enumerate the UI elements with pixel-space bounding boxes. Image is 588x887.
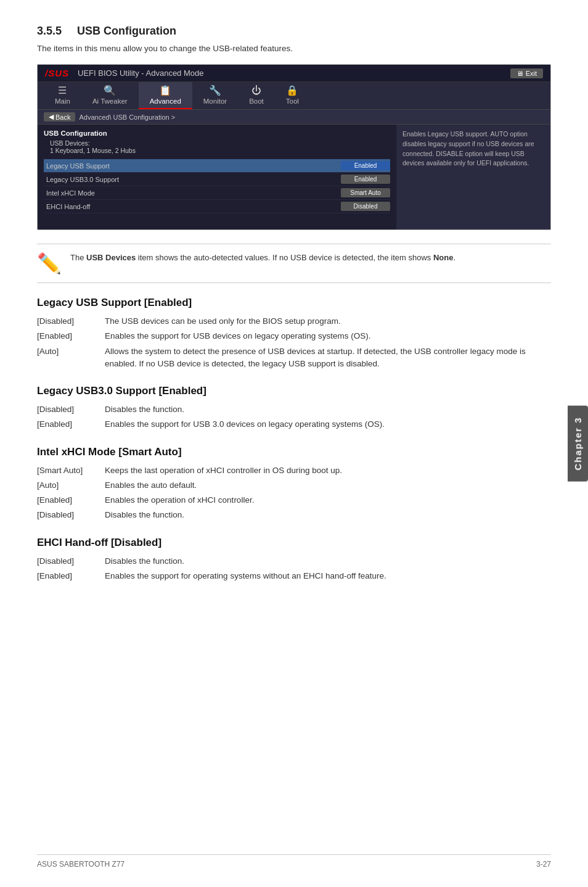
list-item: [Disabled] Disables the function. [37, 402, 551, 417]
intel-xhci-section: Intel xHCI Mode [Smart Auto] [Smart Auto… [37, 446, 551, 523]
breadcrumb-path: Advanced\ USB Configuration > [79, 113, 175, 121]
option-desc: Enables the support for USB devices on l… [105, 329, 551, 344]
boot-icon: ⏻ [251, 86, 261, 96]
section-title: USB Configuration [77, 25, 176, 37]
back-button[interactable]: ◀ Back [44, 112, 75, 122]
option-label: [Disabled] [37, 402, 105, 417]
exit-icon: 🖥 [517, 70, 523, 77]
list-item: [Enabled] Enables the support for operat… [37, 569, 551, 584]
page-footer: ASUS SABERTOOTH Z77 3-27 [37, 854, 551, 868]
tab-tool-label: Tool [286, 97, 299, 105]
tab-main-label: Main [55, 97, 70, 105]
bios-nav: ☰ Main 🔍 Ai Tweaker 📋 Advanced 🔧 Monitor… [38, 82, 550, 110]
option-desc: Enables the support for USB 3.0 devices … [105, 417, 551, 432]
list-item: [Disabled] The USB devices can be used o… [37, 314, 551, 329]
note-box: ✏️ The USB Devices item shows the auto-d… [37, 244, 551, 283]
option-label: [Auto] [37, 344, 105, 372]
legacy-usb-table: [Disabled] The USB devices can be used o… [37, 314, 551, 371]
option-label: [Enabled] [37, 417, 105, 432]
note-icon: ✏️ [37, 252, 62, 275]
bios-title-text: UEFI BIOS Utility - Advanced Mode [78, 68, 203, 78]
bios-right-panel: Enables Legacy USB support. AUTO option … [396, 125, 550, 229]
tab-tool[interactable]: 🔒 Tool [275, 82, 310, 109]
list-item: [Smart Auto] Keeps the last operation of… [37, 463, 551, 478]
list-item: [Enabled] Enables the operation of xHCI … [37, 493, 551, 508]
monitor-icon: 🔧 [209, 86, 221, 96]
legacy-usb-section: Legacy USB Support [Enabled] [Disabled] … [37, 297, 551, 371]
intel-xhci-value: Smart Auto [341, 188, 390, 197]
list-item: [Enabled] Enables the support for USB 3.… [37, 417, 551, 432]
option-label: [Disabled] [37, 508, 105, 522]
intel-xhci-heading: Intel xHCI Mode [Smart Auto] [37, 446, 551, 458]
list-item: [Disabled] Disables the function. [37, 508, 551, 522]
tab-ai-tweaker[interactable]: 🔍 Ai Tweaker [81, 82, 139, 109]
bios-breadcrumb: ◀ Back Advanced\ USB Configuration > [38, 110, 550, 125]
tab-monitor[interactable]: 🔧 Monitor [192, 82, 238, 109]
tab-monitor-label: Monitor [203, 97, 227, 105]
setting-row-legacy-usb[interactable]: Legacy USB Support Enabled [44, 159, 390, 173]
advanced-icon: 📋 [159, 86, 171, 96]
ehci-value: Disabled [341, 202, 390, 211]
note-bold-usb-devices: USB Devices [86, 253, 136, 262]
list-item: [Auto] Allows the system to detect the p… [37, 344, 551, 372]
tab-advanced-label: Advanced [150, 97, 181, 105]
list-item: [Disabled] Disables the function. [37, 554, 551, 569]
option-desc: Enables the auto default. [105, 478, 551, 493]
bios-titlebar: /SUS UEFI BIOS Utility - Advanced Mode 🖥… [38, 65, 550, 82]
usb-config-title: USB Configuration [44, 130, 390, 137]
option-label: [Auto] [37, 478, 105, 493]
legacy-usb3-section: Legacy USB3.0 Support [Enabled] [Disable… [37, 385, 551, 432]
bios-left-panel: USB Configuration USB Devices: 1 Keyboar… [38, 125, 396, 229]
note-bold-none: None [433, 253, 454, 262]
tool-icon: 🔒 [286, 86, 298, 96]
option-desc: Allows the system to detect the presence… [105, 344, 551, 372]
ai-tweaker-icon: 🔍 [104, 86, 116, 96]
legacy-usb-heading: Legacy USB Support [Enabled] [37, 297, 551, 309]
option-label: [Disabled] [37, 554, 105, 569]
option-desc: Enables the operation of xHCI controller… [105, 493, 551, 508]
legacy-usb-label: Legacy USB Support [44, 162, 341, 170]
section-heading: 3.5.5 USB Configuration [37, 25, 551, 38]
bios-panel: /SUS UEFI BIOS Utility - Advanced Mode 🖥… [37, 64, 551, 230]
usb-devices-info: USB Devices: 1 Keyboard, 1 Mouse, 2 Hubs [44, 139, 390, 154]
legacy-usb3-table: [Disabled] Disables the function. [Enabl… [37, 402, 551, 432]
footer-left: ASUS SABERTOOTH Z77 [37, 860, 125, 868]
option-desc: Disables the function. [105, 508, 551, 522]
option-label: [Enabled] [37, 329, 105, 344]
tab-boot-label: Boot [249, 97, 264, 105]
tab-main[interactable]: ☰ Main [44, 82, 81, 109]
main-icon: ☰ [58, 86, 67, 96]
tab-boot[interactable]: ⏻ Boot [238, 82, 275, 109]
option-label: [Enabled] [37, 569, 105, 584]
ehci-label: EHCI Hand-off [44, 203, 341, 210]
intel-xhci-label: Intel xHCI Mode [44, 189, 341, 197]
setting-row-legacy-usb3[interactable]: Legacy USB3.0 Support Enabled [44, 173, 390, 186]
legacy-usb3-value: Enabled [341, 175, 390, 184]
bios-help-text: Enables Legacy USB support. AUTO option … [402, 130, 534, 167]
option-desc: Disables the function. [105, 402, 551, 417]
setting-row-intel-xhci[interactable]: Intel xHCI Mode Smart Auto [44, 186, 390, 200]
legacy-usb-value: Enabled [341, 161, 390, 170]
option-desc: Keeps the last operation of xHCI control… [105, 463, 551, 478]
list-item: [Enabled] Enables the support for USB de… [37, 329, 551, 344]
usb-devices-value: 1 Keyboard, 1 Mouse, 2 Hubs [44, 147, 390, 154]
option-label: [Enabled] [37, 493, 105, 508]
list-item: [Auto] Enables the auto default. [37, 478, 551, 493]
bios-content: USB Configuration USB Devices: 1 Keyboar… [38, 125, 550, 229]
bios-exit-button[interactable]: 🖥 Exit [510, 68, 543, 78]
usb-devices-label: USB Devices: [44, 139, 390, 147]
tab-ai-tweaker-label: Ai Tweaker [92, 97, 128, 105]
option-desc: Enables the support for operating system… [105, 569, 551, 584]
tab-advanced[interactable]: 📋 Advanced [139, 82, 192, 109]
intel-xhci-table: [Smart Auto] Keeps the last operation of… [37, 463, 551, 523]
intro-text: The items in this menu allow you to chan… [37, 44, 551, 53]
legacy-usb3-label: Legacy USB3.0 Support [44, 176, 341, 183]
option-desc: Disables the function. [105, 554, 551, 569]
ehci-section: EHCI Hand-off [Disabled] [Disabled] Disa… [37, 537, 551, 584]
footer-right: 3-27 [536, 860, 551, 868]
option-label: [Disabled] [37, 314, 105, 329]
bios-logo: /SUS [45, 68, 69, 78]
chapter-tab: Chapter 3 [568, 405, 588, 481]
option-desc: The USB devices can be used only for the… [105, 314, 551, 329]
setting-row-ehci[interactable]: EHCI Hand-off Disabled [44, 200, 390, 213]
